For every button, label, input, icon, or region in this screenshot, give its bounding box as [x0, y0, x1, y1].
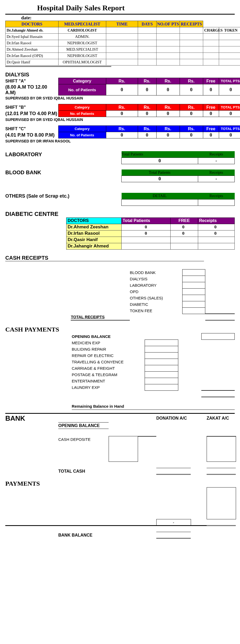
doctors-table: DOCTORS MED.SPECIALIST TIME DAYS NO.OF P…	[5, 21, 240, 66]
blood-val-patients: 0	[122, 176, 198, 182]
shift-a-table: SHIFT "A" Category Rs. Rs. Rs. Rs. Free …	[5, 78, 240, 95]
dc-rec: 0	[198, 224, 235, 230]
cat-label: Category	[58, 126, 106, 132]
val: 0	[203, 84, 219, 95]
blood-hdr-receipts: Receipts	[198, 169, 234, 176]
doc-spec: MED.SPECIALIST	[59, 46, 106, 53]
dc-doctor: Dr.Jahangir Ahmed	[66, 243, 122, 249]
cp-item: TRAVELLING & CONYENCE	[72, 359, 145, 365]
date-label: date:	[21, 15, 235, 21]
blood-hdr-patients: Total Patients	[122, 169, 198, 176]
val: 0	[156, 111, 180, 117]
bank-balance-label: BANK BALANCE	[58, 532, 109, 538]
blood-val-receipts: -	[198, 176, 234, 182]
shift-b-time: (12.01 P.M TO 4.00 P.M)	[5, 111, 58, 117]
doc-name: Dr.Jahangir Ahmed sb.	[6, 27, 59, 34]
shift-b-label: SHIFT "B"	[5, 104, 58, 111]
col-rs: Rs.	[138, 78, 156, 84]
val: 0	[156, 84, 180, 95]
cp-item: POSTAGE & TELEGRAM	[72, 371, 145, 378]
bank-opening-label: OPENING BALANCE	[58, 423, 109, 429]
val: 0	[219, 111, 240, 117]
val: 0	[138, 84, 156, 95]
supervised-a: SUPERVISED BY DR SYED IQBAL HUSSAIN	[5, 96, 235, 100]
doc-spec: NEPHROLOGIST	[59, 53, 106, 59]
dc-free	[170, 237, 198, 243]
cr-item: DIALYSIS	[130, 276, 182, 282]
dc-rec	[198, 237, 235, 243]
doc-spec: ADMIN.	[59, 34, 106, 40]
val: 0	[219, 132, 240, 138]
nop-label: No. of Patients	[58, 84, 106, 95]
dc-hdr-rec: Receipts	[198, 217, 235, 224]
val: 0	[106, 111, 138, 117]
lab-hdr-patients: Total Patients	[122, 151, 198, 158]
others-table: OTHERS (Sale of Scrap etc.) DETAIL Recei…	[5, 193, 235, 206]
val: 0	[138, 132, 156, 138]
lab-hdr-receipts: Receipts	[198, 151, 234, 158]
val: 0	[180, 132, 203, 138]
cash-receipts-table: BLOOD BANK DIALYSIS LABORATORY OPD OTHER…	[5, 269, 235, 321]
col-rs: Rs.	[156, 78, 180, 84]
payments-table: - BANK BALANCE	[5, 487, 236, 539]
dc-free	[170, 243, 198, 249]
dc-hdr-doctors: DOCTORS	[66, 217, 122, 224]
cr-item: LABORATORY	[130, 282, 182, 288]
cp-item: MEDICIEN EXP	[72, 340, 145, 346]
cr-item: DIABETIC	[130, 301, 182, 307]
doc-spec: NEPHROLOGIST	[59, 40, 106, 46]
col-rs: Rs.	[180, 78, 203, 84]
col-rs: Rs.	[180, 126, 203, 132]
col-rs: Rs.	[106, 126, 138, 132]
val: 0	[203, 132, 219, 138]
val: 0	[106, 84, 138, 95]
dc-free: 0	[170, 230, 198, 237]
shift-a-time: (8.00 A.M TO 12.00 A.M)	[5, 84, 58, 95]
cr-item: TOKEN FEE	[130, 307, 182, 314]
diabetic-title: DIABETIC CENTRE	[5, 211, 235, 217]
hdr-pts: NO.OF PTS	[157, 21, 180, 27]
lab-table: LABORATORY Total Patients Receipts 0 -	[5, 151, 235, 164]
lab-val-receipts: -	[198, 158, 234, 164]
doc-spec: OPHTHALMOLOGIST	[59, 59, 106, 66]
dc-rec: 0	[198, 230, 235, 237]
zakat-ac-label: ZAKAT A/C	[207, 414, 236, 423]
val: 0	[180, 111, 203, 117]
cat-label: Category	[58, 104, 106, 111]
cr-item: OPD	[130, 288, 182, 295]
opening-balance-label: OPENING BALANCE	[72, 333, 145, 340]
payments-title: PAYMENTS	[5, 480, 235, 487]
dc-free: 0	[170, 224, 198, 230]
lab-title: LABORATORY	[5, 151, 66, 158]
shift-b-table: SHIFT "B" Category Rs. Rs. Rs. Rs. Free …	[5, 104, 240, 117]
cash-payments-table: OPENING BALANCE MEDICIEN EXP BULIDING RE…	[5, 333, 235, 410]
supervised-b: SUPERVISED BY DR SYED IQBAL HUSSAIN	[5, 118, 235, 122]
col-rs: Rs.	[156, 126, 180, 132]
col-free: Free	[203, 104, 219, 111]
col-rs: Rs.	[138, 126, 156, 132]
remaining-balance-label: Remaining Balance in Hand	[72, 403, 235, 410]
hdr-spec: MED.SPECIALIST	[59, 21, 106, 27]
blood-table: BLOOD BANK Total Patients Receipts 0 -	[5, 169, 235, 182]
others-val-receipts	[198, 199, 234, 206]
cash-receipts-title: CASH RECEIPTS	[5, 255, 235, 261]
col-rs: Rs.	[138, 104, 156, 111]
cp-item: CARRIAGE & FREIGHT	[72, 365, 145, 371]
payments-dash: -	[156, 519, 191, 526]
hdr-rec: RECEIPTS	[180, 21, 203, 27]
donation-ac-label: DONATION A/C	[156, 414, 191, 423]
col-total: TOTAL PTS.	[219, 126, 240, 132]
col-total: TOTAL PTS.	[219, 104, 240, 111]
dc-hdr-free: FREE	[170, 217, 198, 224]
dc-rec	[198, 243, 235, 249]
doc-name: Dr.Ahmed Zeeshan	[6, 46, 59, 53]
hdr-time: TIME	[106, 21, 138, 27]
shift-c-label: SHIFT "C"	[5, 126, 58, 132]
total-cash-label: TOTAL CASH	[58, 468, 109, 475]
val: 0	[138, 111, 156, 117]
cp-item: LAUNDRY EXP	[72, 384, 145, 390]
hdr-doctors: DOCTORS	[6, 21, 59, 27]
col-free: Free	[203, 126, 219, 132]
diabetic-table: DOCTORS Total Patients FREE Receipts Dr.…	[5, 217, 235, 250]
doc-name: Dr.Irfan Rasool (OPD)	[6, 53, 59, 59]
